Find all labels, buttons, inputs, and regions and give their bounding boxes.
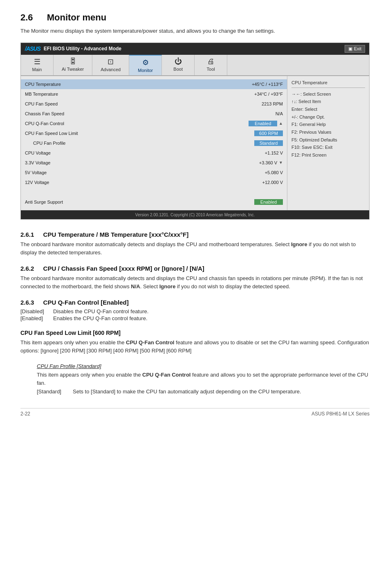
shortcut-f1: F1: General Help xyxy=(291,121,365,128)
tab-advanced-label: Advanced xyxy=(101,67,121,72)
bios-screenshot: /ASUS EFI BIOS Utility - Advanced Mode ▣… xyxy=(20,43,370,220)
sub-text-262: The onboard hardware monitor automatical… xyxy=(20,274,370,291)
tab-ai-tweaker-label: Ai Tweaker xyxy=(62,67,84,72)
fan-low-limit-value: 600 RPM xyxy=(254,130,283,136)
bios-shortcuts: →←: Select Screen ↑↓: Select Item Enter:… xyxy=(291,88,365,159)
tab-monitor[interactable]: ⚙ Monitor xyxy=(129,55,162,75)
option-disabled-desc: Disables the CPU Q-Fan control feature. xyxy=(53,308,148,314)
bios-row-cpu-fan[interactable]: CPU Fan Speed 2213 RPM xyxy=(21,99,287,109)
sub-title-263: 2.6.3 CPU Q-Fan Control [Enabled] xyxy=(20,299,370,306)
tab-tool-label: Tool xyxy=(207,67,215,72)
shortcut-f10-esc: F10: Save ESC: Exit xyxy=(291,144,365,151)
bios-row-chassis-fan[interactable]: Chassis Fan Speed N/A xyxy=(21,109,287,119)
12v-label: 12V Voltage xyxy=(25,180,262,185)
cpu-fan-label: CPU Fan Speed xyxy=(25,101,262,106)
section-number: 2.6 xyxy=(20,12,33,22)
tool-icon: 🖨 xyxy=(207,57,215,66)
main-icon: ☰ xyxy=(34,57,40,66)
sub-heading-263: CPU Q-Fan Control [Enabled] xyxy=(43,299,129,306)
cpu-fan-speed-low-limit-text: This item appears only when you enable t… xyxy=(20,339,370,355)
cpu-voltage-label: CPU Voltage xyxy=(25,150,265,155)
shortcut-f12: F12: Print Screen xyxy=(291,151,365,159)
sub-num-263: 2.6.3 xyxy=(20,299,34,306)
cpu-fan-speed-low-limit-section: CPU Fan Speed Low Limit [600 RPM] This i… xyxy=(20,330,370,355)
bios-row-mb-temp[interactable]: MB Temperature +34°C / +93°F xyxy=(21,89,287,99)
right-panel-title: CPU Temperature xyxy=(291,80,365,85)
cpu-fan-speed-low-limit-title: CPU Fan Speed Low Limit [600 RPM] xyxy=(20,330,370,336)
option-disabled-tag: [Disabled] xyxy=(20,308,53,314)
bios-right-panel: CPU Temperature →←: Select Screen ↑↓: Se… xyxy=(287,76,369,210)
intro-paragraph: The Monitor menu displays the system tem… xyxy=(20,27,370,35)
bios-row-cpu-temp[interactable]: CPU Temperature +45°C / +113°F xyxy=(21,79,287,89)
5v-value: +5.080 V xyxy=(265,170,283,175)
subsection-262: 2.6.2 CPU / Chassis Fan Speed [xxxx RPM]… xyxy=(20,265,370,291)
bios-row-12v[interactable]: 12V Voltage +12.000 V xyxy=(21,177,287,187)
fan-profile-value: Standard xyxy=(254,140,283,146)
bios-nav: ☰ Main 🎛 Ai Tweaker ⊡ Advanced ⚙ Monitor… xyxy=(21,55,369,76)
section-heading: Monitor menu xyxy=(47,12,106,22)
cpu-voltage-value: +1.152 V xyxy=(265,150,283,155)
cpu-temp-value: +45°C / +113°F xyxy=(252,82,283,87)
tab-monitor-label: Monitor xyxy=(138,68,153,73)
sub-heading-262: CPU / Chassis Fan Speed [xxxx RPM] or [I… xyxy=(43,265,204,272)
sub-heading-261: CPU Temperature / MB Temperature [xxx°C/… xyxy=(43,231,189,238)
scroll-down-arrow: ▼ xyxy=(279,160,283,165)
sub-title-262: 2.6.2 CPU / Chassis Fan Speed [xxxx RPM]… xyxy=(20,265,370,272)
option-enabled-desc: Enables the CPU Q-Fan control feature. xyxy=(53,315,148,321)
cpu-fan-profile-desc: This item appears only when you enable t… xyxy=(37,371,370,387)
tab-ai-tweaker[interactable]: 🎛 Ai Tweaker xyxy=(54,55,92,75)
shortcut-f5: F5: Optimized Defaults xyxy=(291,136,365,144)
shortcut-enter: Enter: Select xyxy=(291,105,365,113)
fan-low-limit-label: CPU Fan Speed Low Limit xyxy=(25,131,254,136)
bios-exit-button[interactable]: ▣ Exit xyxy=(345,45,365,53)
bios-row-fan-profile[interactable]: CPU Fan Profile Standard xyxy=(21,138,287,148)
option-enabled-tag: [Enabled] xyxy=(20,315,53,321)
subsection-261: 2.6.1 CPU Temperature / MB Temperature [… xyxy=(20,231,370,257)
bios-row-5v[interactable]: 5V Voltage +5.080 V xyxy=(21,168,287,177)
bios-left-panel: CPU Temperature +45°C / +113°F MB Temper… xyxy=(21,76,287,210)
bios-row-anti-surge[interactable]: Anti Surge Support Enabled xyxy=(21,197,287,207)
sub-num-261: 2.6.1 xyxy=(20,231,34,238)
tab-boot-label: Boot xyxy=(173,67,183,72)
tab-main[interactable]: ☰ Main xyxy=(21,55,54,75)
bios-title: EFI BIOS Utility - Advanced Mode xyxy=(44,46,121,52)
33v-value: +3.360 V xyxy=(259,160,277,165)
cpu-fan-profile-title: CPU Fan Profile [Standard] xyxy=(37,363,370,369)
product-name: ASUS P8H61-M LX Series xyxy=(312,411,370,417)
cpu-fan-value: 2213 RPM xyxy=(262,101,283,106)
shortcut-change-opt: +/-: Change Opt. xyxy=(291,113,365,121)
tab-main-label: Main xyxy=(32,67,42,72)
tab-boot[interactable]: ⏻ Boot xyxy=(162,55,195,75)
tab-tool[interactable]: 🖨 Tool xyxy=(195,55,227,75)
bios-row-fan-low-limit[interactable]: CPU Fan Speed Low Limit 600 RPM xyxy=(21,128,287,138)
33v-label: 3.3V Voltage xyxy=(25,160,259,165)
boot-icon: ⏻ xyxy=(175,57,182,66)
monitor-icon: ⚙ xyxy=(142,58,149,67)
bios-row-qfan[interactable]: CPU Q-Fan Control Enabled ▲ xyxy=(21,119,287,128)
tab-advanced[interactable]: ⊡ Advanced xyxy=(92,55,129,75)
shortcut-select-screen: →←: Select Screen xyxy=(291,90,365,98)
chassis-fan-value: N/A xyxy=(276,111,283,116)
bios-titlebar-left: /ASUS EFI BIOS Utility - Advanced Mode xyxy=(25,45,121,52)
sub-num-262: 2.6.2 xyxy=(20,265,34,272)
scroll-up-arrow: ▲ xyxy=(279,121,283,126)
bios-titlebar: /ASUS EFI BIOS Utility - Advanced Mode ▣… xyxy=(21,43,369,55)
section-title: 2.6 Monitor menu xyxy=(20,12,370,23)
anti-surge-value: Enabled xyxy=(254,199,283,205)
sub-title-261: 2.6.1 CPU Temperature / MB Temperature [… xyxy=(20,231,370,238)
mb-temp-label: MB Temperature xyxy=(25,92,254,97)
anti-surge-label: Anti Surge Support xyxy=(25,200,254,204)
bios-row-33v[interactable]: 3.3V Voltage +3.360 V ▼ xyxy=(21,158,287,168)
bios-row-cpu-voltage[interactable]: CPU Voltage +1.152 V xyxy=(21,148,287,158)
standard-tag: [Standard] xyxy=(37,388,69,396)
chassis-fan-label: Chassis Fan Speed xyxy=(25,111,276,116)
page-number: 2-22 xyxy=(20,411,30,417)
advanced-icon: ⊡ xyxy=(108,57,114,66)
12v-value: +12.000 V xyxy=(262,180,283,185)
cpu-fan-speed-low-limit-heading: CPU Fan Speed Low Limit [600 RPM] xyxy=(20,330,121,336)
bios-footer: Version 2.00.1201. Copyright (C) 2010 Am… xyxy=(21,210,369,219)
sub-text-261: The onboard hardware monitor automatical… xyxy=(20,240,370,257)
standard-desc: Sets to [Standard] to make the CPU fan a… xyxy=(73,388,301,396)
bios-row-spacer xyxy=(21,187,287,197)
qfan-value: Enabled xyxy=(249,121,277,126)
